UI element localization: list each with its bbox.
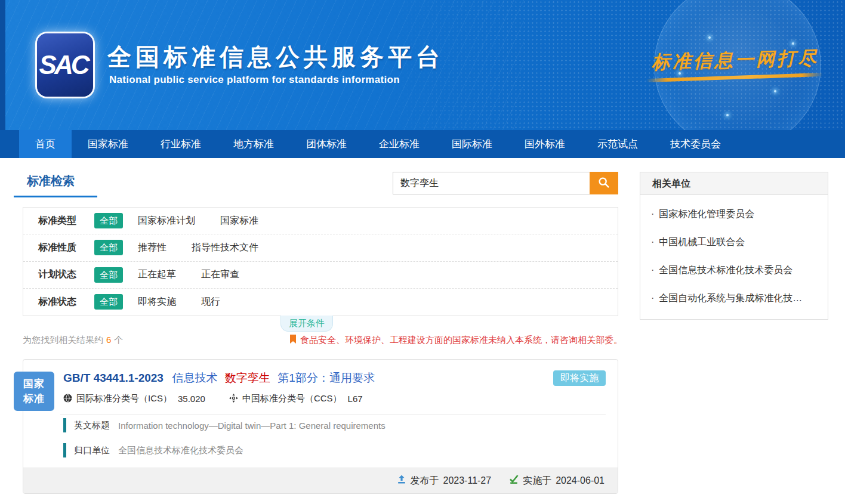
card-fields: 英文标题Information technology—Digital twin—…: [63, 418, 386, 457]
status-badge: 即将实施: [553, 370, 606, 386]
result-count-prefix: 为您找到相关结果约: [23, 335, 103, 345]
compass-icon: [229, 394, 238, 404]
expand-conditions-button[interactable]: 展开条件: [280, 316, 333, 332]
publish-date: 2023-11-27: [443, 475, 492, 486]
nav-tab[interactable]: 首页: [19, 130, 72, 158]
filter-label: 标准类型: [38, 215, 94, 227]
implement-label: 实施于: [523, 475, 551, 487]
sac-logo[interactable]: SAC: [37, 33, 93, 97]
header-slogan: 标准信息一网打尽: [651, 45, 819, 75]
filter-option[interactable]: 国家标准计划: [138, 215, 195, 227]
standard-title-prefix[interactable]: 信息技术: [172, 372, 217, 384]
standard-title[interactable]: GB/T 43441.1-2023 信息技术 数字孪生 第1部分：通用要求: [63, 370, 546, 386]
filter-label: 标准状态: [38, 296, 94, 308]
filter-panel: 标准类型全部国家标准计划国家标准标准性质全部推荐性指导性技术文件计划状态全部正在…: [23, 207, 618, 316]
result-count-number: 6: [106, 335, 111, 345]
card-footer: 发布于 2023-11-27 实施于 2024-06-01: [23, 468, 618, 493]
site-title: 全国标准信息公共服务平台: [107, 41, 444, 73]
search-button[interactable]: [590, 172, 618, 194]
ics-label: 国际标准分类号（ICS）: [76, 393, 172, 404]
related-units-title: 相关单位: [640, 172, 828, 195]
publish-label: 发布于: [411, 475, 439, 487]
filter-option[interactable]: 现行: [201, 296, 220, 308]
page: SAC 全国标准信息公共服务平台 National public service…: [0, 0, 845, 504]
standard-title-suffix[interactable]: 第1部分：通用要求: [277, 372, 375, 384]
field-label: 归口单位: [74, 445, 110, 456]
card-field-row: 归口单位全国信息技术标准化技术委员会: [63, 443, 386, 457]
result-count: 为您找到相关结果约6个: [23, 335, 123, 346]
bullet: ·: [651, 293, 654, 303]
filter-all-button[interactable]: 全部: [94, 213, 123, 228]
implement-icon: [509, 475, 519, 487]
globe-icon: [63, 394, 72, 404]
bookmark-icon: [289, 335, 297, 346]
filter-option[interactable]: 正在起草: [138, 268, 176, 281]
sidebar-item[interactable]: ·中国机械工业联合会: [640, 228, 828, 256]
standard-title-highlight[interactable]: 数字孪生: [225, 372, 270, 384]
header-left-edge: [0, 0, 5, 130]
field-bar: [63, 418, 66, 432]
field-bar: [63, 443, 66, 457]
type-badge-line2: 标准: [23, 391, 45, 407]
card-field-row: 英文标题Information technology—Digital twin—…: [63, 418, 386, 432]
publish-date-item: 发布于 2023-11-27: [397, 475, 492, 487]
sidebar-item[interactable]: ·全国自动化系统与集成标准化技…: [640, 284, 828, 312]
section-title-underline: [14, 196, 97, 197]
standard-code[interactable]: GB/T 43441.1-2023: [63, 372, 164, 384]
nav-tab[interactable]: 技术委员会: [654, 130, 737, 158]
filter-row: 标准性质全部推荐性指导性技术文件: [23, 234, 618, 261]
filter-row: 标准状态全部即将实施现行: [23, 289, 618, 316]
sidebar-item[interactable]: ·全国信息技术标准化技术委员会: [640, 256, 828, 284]
bullet: ·: [651, 209, 654, 219]
filter-option[interactable]: 推荐性: [138, 242, 166, 254]
classification-row: 国际标准分类号（ICS） 35.020 中国标准分类号（CCS） L67: [63, 393, 363, 404]
nav-tab[interactable]: 国外标准: [508, 130, 581, 158]
nav-tab[interactable]: 团体标准: [290, 130, 363, 158]
notice-text: 食品安全、环境保护、工程建设方面的国家标准未纳入本系统，请咨询相关部委。: [300, 335, 622, 346]
site-header: SAC 全国标准信息公共服务平台 National public service…: [0, 0, 845, 130]
filter-option[interactable]: 指导性技术文件: [192, 242, 258, 254]
sidebar-list: ·国家标准化管理委员会·中国机械工业联合会·全国信息技术标准化技术委员会·全国自…: [640, 195, 828, 319]
standard-result-card: 国家 标准 GB/T 43441.1-2023 信息技术 数字孪生 第1部分：通…: [23, 359, 618, 494]
field-value: 全国信息技术标准化技术委员会: [118, 445, 243, 456]
ics-value: 35.020: [178, 394, 205, 404]
ccs-label: 中国标准分类号（CCS）: [242, 393, 342, 404]
filter-all-button[interactable]: 全部: [94, 240, 123, 255]
sidebar-item-label: 全国信息技术标准化技术委员会: [659, 265, 792, 275]
nav-tab[interactable]: 示范试点: [581, 130, 654, 158]
search-icon: [597, 176, 610, 191]
filter-row: 标准类型全部国家标准计划国家标准: [23, 208, 618, 234]
main-content: 标准检索 标准类型全部国家标准计划国家标准标准性质全部推荐性指导性技术文件计划状…: [0, 158, 845, 504]
standard-type-badge: 国家 标准: [14, 372, 54, 411]
filter-option[interactable]: 国家标准: [220, 215, 258, 227]
filter-all-button[interactable]: 全部: [94, 267, 123, 283]
sidebar-item-label: 中国机械工业联合会: [659, 237, 745, 247]
sidebar-item-label: 国家标准化管理委员会: [659, 209, 754, 219]
nav-tab[interactable]: 地方标准: [217, 130, 290, 158]
filter-option[interactable]: 即将实施: [138, 296, 176, 308]
search-bar: [393, 172, 618, 194]
search-input[interactable]: [393, 172, 590, 194]
nav-tab[interactable]: 国际标准: [436, 130, 508, 158]
field-label: 英文标题: [74, 420, 110, 431]
filter-all-button[interactable]: 全部: [94, 294, 123, 310]
sidebar-item[interactable]: ·国家标准化管理委员会: [640, 200, 828, 228]
card-divider: [60, 414, 606, 415]
nav-tab[interactable]: 企业标准: [363, 130, 436, 158]
result-line: 为您找到相关结果约6个 食品安全、环境保护、工程建设方面的国家标准未纳入本系统，…: [0, 335, 618, 347]
filter-label: 标准性质: [38, 242, 94, 254]
related-units-panel: 相关单位 ·国家标准化管理委员会·中国机械工业联合会·全国信息技术标准化技术委员…: [640, 172, 828, 320]
nav-tab[interactable]: 国家标准: [72, 130, 144, 158]
ccs-value: L67: [348, 394, 363, 404]
filter-option[interactable]: 正在审查: [201, 268, 239, 281]
sac-logo-text: SAC: [39, 50, 91, 80]
publish-icon: [397, 475, 406, 487]
nav-tabs: 首页国家标准行业标准地方标准团体标准企业标准国际标准国外标准示范试点技术委员会: [0, 130, 845, 158]
type-badge-line1: 国家: [23, 376, 45, 392]
field-value: Information technology—Digital twin—Part…: [118, 420, 386, 431]
nav-tab[interactable]: 行业标准: [144, 130, 217, 158]
implement-date: 2024-06-01: [556, 475, 605, 486]
filter-label: 计划状态: [38, 268, 94, 281]
sidebar-item-label: 全国自动化系统与集成标准化技…: [659, 293, 802, 303]
bullet: ·: [651, 265, 654, 275]
